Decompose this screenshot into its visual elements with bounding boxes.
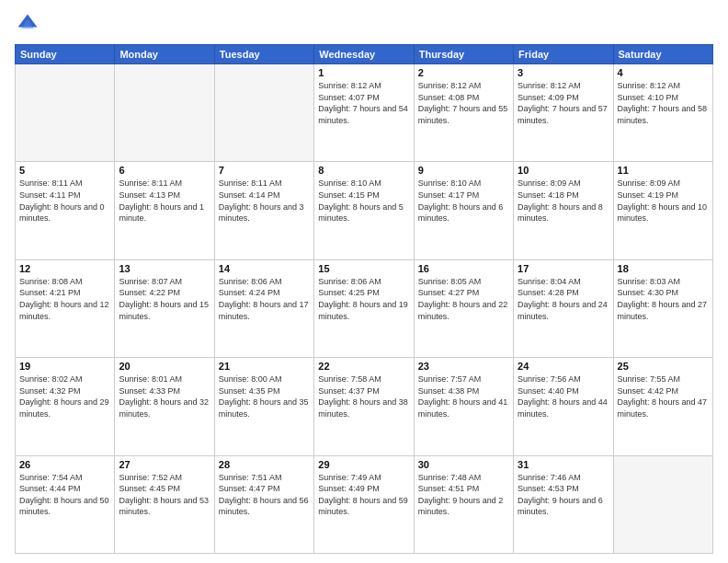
day-number: 12 bbox=[19, 263, 110, 274]
logo-icon bbox=[15, 11, 40, 37]
calendar-cell: 16Sunrise: 8:05 AM Sunset: 4:27 PM Dayli… bbox=[414, 259, 513, 357]
day-info: Sunrise: 8:11 AM Sunset: 4:13 PM Dayligh… bbox=[119, 178, 210, 224]
day-info: Sunrise: 8:12 AM Sunset: 4:07 PM Dayligh… bbox=[318, 80, 409, 126]
calendar-cell: 10Sunrise: 8:09 AM Sunset: 4:18 PM Dayli… bbox=[514, 162, 613, 259]
day-number: 25 bbox=[618, 361, 709, 372]
day-number: 3 bbox=[518, 67, 609, 78]
calendar-table: SundayMondayTuesdayWednesdayThursdayFrid… bbox=[15, 44, 713, 554]
day-info: Sunrise: 8:05 AM Sunset: 4:27 PM Dayligh… bbox=[418, 276, 509, 322]
calendar-cell: 15Sunrise: 8:06 AM Sunset: 4:25 PM Dayli… bbox=[314, 259, 414, 357]
calendar-cell: 1Sunrise: 8:12 AM Sunset: 4:07 PM Daylig… bbox=[314, 64, 414, 162]
day-number: 21 bbox=[219, 361, 310, 372]
calendar-cell: 5Sunrise: 8:11 AM Sunset: 4:11 PM Daylig… bbox=[16, 162, 115, 259]
calendar-week-3: 12Sunrise: 8:08 AM Sunset: 4:21 PM Dayli… bbox=[16, 259, 713, 357]
calendar-cell: 3Sunrise: 8:12 AM Sunset: 4:09 PM Daylig… bbox=[514, 64, 613, 162]
day-number: 20 bbox=[119, 361, 210, 372]
day-number: 4 bbox=[618, 67, 709, 78]
day-info: Sunrise: 7:57 AM Sunset: 4:38 PM Dayligh… bbox=[418, 373, 509, 419]
calendar-cell bbox=[115, 64, 214, 162]
day-info: Sunrise: 8:01 AM Sunset: 4:33 PM Dayligh… bbox=[119, 373, 210, 419]
day-number: 1 bbox=[318, 67, 409, 78]
calendar-cell: 20Sunrise: 8:01 AM Sunset: 4:33 PM Dayli… bbox=[115, 358, 214, 455]
page: SundayMondayTuesdayWednesdayThursdayFrid… bbox=[0, 0, 728, 563]
calendar-week-4: 19Sunrise: 8:02 AM Sunset: 4:32 PM Dayli… bbox=[16, 358, 713, 455]
calendar-cell: 28Sunrise: 7:51 AM Sunset: 4:47 PM Dayli… bbox=[214, 455, 313, 553]
day-info: Sunrise: 8:09 AM Sunset: 4:18 PM Dayligh… bbox=[518, 178, 609, 224]
day-info: Sunrise: 8:03 AM Sunset: 4:30 PM Dayligh… bbox=[618, 276, 709, 322]
day-info: Sunrise: 8:11 AM Sunset: 4:14 PM Dayligh… bbox=[219, 178, 310, 224]
logo bbox=[15, 11, 44, 37]
weekday-header-friday: Friday bbox=[514, 45, 613, 64]
calendar-cell: 31Sunrise: 7:46 AM Sunset: 4:53 PM Dayli… bbox=[514, 455, 613, 553]
day-info: Sunrise: 8:04 AM Sunset: 4:28 PM Dayligh… bbox=[518, 276, 609, 322]
day-number: 18 bbox=[618, 263, 709, 274]
day-number: 17 bbox=[518, 263, 609, 274]
day-number: 31 bbox=[518, 459, 609, 470]
day-info: Sunrise: 8:12 AM Sunset: 4:09 PM Dayligh… bbox=[518, 80, 609, 126]
day-info: Sunrise: 7:55 AM Sunset: 4:42 PM Dayligh… bbox=[618, 373, 709, 419]
day-number: 29 bbox=[318, 459, 409, 470]
calendar-cell: 24Sunrise: 7:56 AM Sunset: 4:40 PM Dayli… bbox=[514, 358, 613, 455]
day-number: 9 bbox=[418, 165, 509, 176]
calendar-cell: 14Sunrise: 8:06 AM Sunset: 4:24 PM Dayli… bbox=[214, 259, 313, 357]
weekday-header-sunday: Sunday bbox=[16, 45, 115, 64]
day-number: 6 bbox=[119, 165, 210, 176]
day-number: 30 bbox=[418, 459, 509, 470]
day-info: Sunrise: 8:10 AM Sunset: 4:17 PM Dayligh… bbox=[418, 178, 509, 224]
calendar-cell bbox=[214, 64, 313, 162]
day-info: Sunrise: 8:06 AM Sunset: 4:24 PM Dayligh… bbox=[219, 276, 310, 322]
calendar-cell: 12Sunrise: 8:08 AM Sunset: 4:21 PM Dayli… bbox=[16, 259, 115, 357]
day-info: Sunrise: 7:52 AM Sunset: 4:45 PM Dayligh… bbox=[119, 472, 210, 518]
day-number: 19 bbox=[19, 361, 110, 372]
calendar-cell: 23Sunrise: 7:57 AM Sunset: 4:38 PM Dayli… bbox=[414, 358, 513, 455]
day-number: 26 bbox=[19, 459, 110, 470]
day-info: Sunrise: 8:07 AM Sunset: 4:22 PM Dayligh… bbox=[119, 276, 210, 322]
weekday-header-thursday: Thursday bbox=[414, 45, 513, 64]
calendar-week-2: 5Sunrise: 8:11 AM Sunset: 4:11 PM Daylig… bbox=[16, 162, 713, 259]
weekday-header-tuesday: Tuesday bbox=[214, 45, 313, 64]
day-info: Sunrise: 8:10 AM Sunset: 4:15 PM Dayligh… bbox=[318, 178, 409, 224]
calendar-cell: 27Sunrise: 7:52 AM Sunset: 4:45 PM Dayli… bbox=[115, 455, 214, 553]
day-info: Sunrise: 8:02 AM Sunset: 4:32 PM Dayligh… bbox=[19, 373, 110, 419]
header bbox=[15, 11, 713, 37]
day-number: 16 bbox=[418, 263, 509, 274]
calendar-cell: 13Sunrise: 8:07 AM Sunset: 4:22 PM Dayli… bbox=[115, 259, 214, 357]
day-info: Sunrise: 7:48 AM Sunset: 4:51 PM Dayligh… bbox=[418, 472, 509, 518]
day-number: 8 bbox=[318, 165, 409, 176]
day-info: Sunrise: 7:46 AM Sunset: 4:53 PM Dayligh… bbox=[518, 472, 609, 518]
weekday-header-saturday: Saturday bbox=[613, 45, 712, 64]
day-info: Sunrise: 7:49 AM Sunset: 4:49 PM Dayligh… bbox=[318, 472, 409, 518]
calendar-cell: 6Sunrise: 8:11 AM Sunset: 4:13 PM Daylig… bbox=[115, 162, 214, 259]
day-info: Sunrise: 7:56 AM Sunset: 4:40 PM Dayligh… bbox=[518, 373, 609, 419]
day-number: 22 bbox=[318, 361, 409, 372]
day-number: 23 bbox=[418, 361, 509, 372]
day-number: 5 bbox=[19, 165, 110, 176]
day-number: 14 bbox=[219, 263, 310, 274]
day-number: 24 bbox=[518, 361, 609, 372]
calendar-cell bbox=[16, 64, 115, 162]
calendar-cell: 11Sunrise: 8:09 AM Sunset: 4:19 PM Dayli… bbox=[613, 162, 712, 259]
calendar-week-5: 26Sunrise: 7:54 AM Sunset: 4:44 PM Dayli… bbox=[16, 455, 713, 553]
day-number: 28 bbox=[219, 459, 310, 470]
calendar-cell: 18Sunrise: 8:03 AM Sunset: 4:30 PM Dayli… bbox=[613, 259, 712, 357]
day-info: Sunrise: 8:08 AM Sunset: 4:21 PM Dayligh… bbox=[19, 276, 110, 322]
calendar-cell: 30Sunrise: 7:48 AM Sunset: 4:51 PM Dayli… bbox=[414, 455, 513, 553]
day-info: Sunrise: 7:51 AM Sunset: 4:47 PM Dayligh… bbox=[219, 472, 310, 518]
calendar-cell: 22Sunrise: 7:58 AM Sunset: 4:37 PM Dayli… bbox=[314, 358, 414, 455]
day-info: Sunrise: 8:06 AM Sunset: 4:25 PM Dayligh… bbox=[318, 276, 409, 322]
calendar-cell: 9Sunrise: 8:10 AM Sunset: 4:17 PM Daylig… bbox=[414, 162, 513, 259]
day-number: 2 bbox=[418, 67, 509, 78]
day-info: Sunrise: 7:58 AM Sunset: 4:37 PM Dayligh… bbox=[318, 373, 409, 419]
day-info: Sunrise: 8:11 AM Sunset: 4:11 PM Dayligh… bbox=[19, 178, 110, 224]
day-info: Sunrise: 8:00 AM Sunset: 4:35 PM Dayligh… bbox=[219, 373, 310, 419]
day-number: 10 bbox=[518, 165, 609, 176]
day-info: Sunrise: 8:12 AM Sunset: 4:10 PM Dayligh… bbox=[618, 80, 709, 126]
calendar-cell: 19Sunrise: 8:02 AM Sunset: 4:32 PM Dayli… bbox=[16, 358, 115, 455]
weekday-header-row: SundayMondayTuesdayWednesdayThursdayFrid… bbox=[16, 45, 713, 64]
weekday-header-monday: Monday bbox=[115, 45, 214, 64]
calendar-cell: 21Sunrise: 8:00 AM Sunset: 4:35 PM Dayli… bbox=[214, 358, 313, 455]
calendar-week-1: 1Sunrise: 8:12 AM Sunset: 4:07 PM Daylig… bbox=[16, 64, 713, 162]
calendar-cell: 8Sunrise: 8:10 AM Sunset: 4:15 PM Daylig… bbox=[314, 162, 414, 259]
day-info: Sunrise: 8:09 AM Sunset: 4:19 PM Dayligh… bbox=[618, 178, 709, 224]
day-number: 27 bbox=[119, 459, 210, 470]
